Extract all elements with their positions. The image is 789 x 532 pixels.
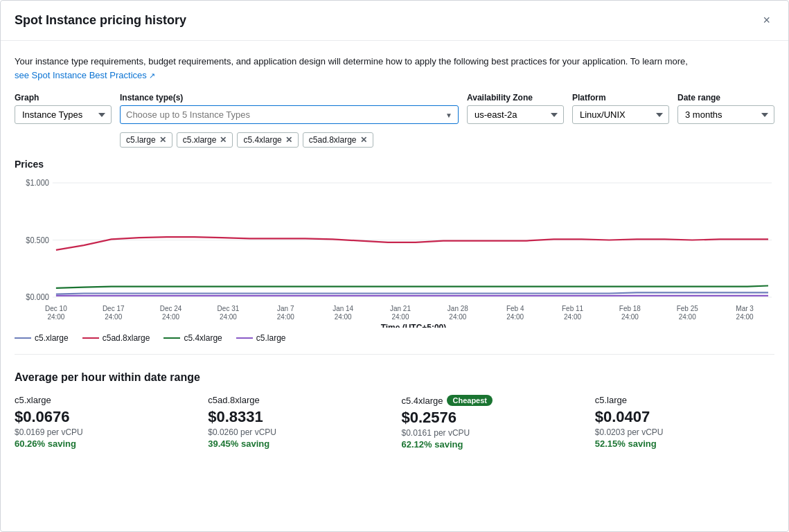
svg-text:Dec 24: Dec 24 <box>160 303 182 312</box>
az-select[interactable]: us-east-2a <box>467 105 564 124</box>
avg-instance-name: c5ad.8xlarge <box>208 395 387 405</box>
legend-item: c5.xlarge <box>15 333 69 343</box>
tag-remove-button[interactable]: ✕ <box>159 135 166 145</box>
modal-title: Spot Instance pricing history <box>15 13 186 28</box>
svg-text:$0.000: $0.000 <box>26 293 49 302</box>
legend-line <box>163 337 180 339</box>
avg-title: Average per hour within date range <box>15 371 774 384</box>
svg-text:24:00: 24:00 <box>47 312 64 321</box>
tag-label: c5.xlarge <box>183 135 217 145</box>
svg-text:Feb 25: Feb 25 <box>677 303 698 312</box>
az-filter-group: Availability Zone us-east-2a <box>467 93 564 124</box>
az-label: Availability Zone <box>467 93 564 103</box>
instance-type-input[interactable] <box>126 109 438 120</box>
svg-text:Jan 21: Jan 21 <box>390 303 411 312</box>
tag-remove-button[interactable]: ✕ <box>285 135 292 145</box>
daterange-filter-group: Date range 3 months <box>677 93 774 124</box>
tag-label: c5.large <box>126 135 156 145</box>
svg-text:24:00: 24:00 <box>277 312 294 321</box>
c5xlarge-line <box>56 292 768 294</box>
legend-item: c5.large <box>236 333 286 343</box>
tag-remove-button[interactable]: ✕ <box>360 135 367 145</box>
legend-item: c5.4xlarge <box>163 333 222 343</box>
svg-text:Dec 17: Dec 17 <box>103 303 125 312</box>
svg-text:24:00: 24:00 <box>506 312 524 321</box>
modal-container: Spot Instance pricing history × Your ins… <box>0 0 789 532</box>
chart-legend: c5.xlargec5ad.8xlargec5.4xlargec5.large <box>15 333 774 343</box>
avg-price: $0.2576 <box>402 409 581 427</box>
avg-saving: 60.26% saving <box>15 438 194 449</box>
graph-filter-group: Graph Instance Types <box>15 93 112 124</box>
chart-container: $1.000 $0.500 $0.000 Dec 10 24:00 Dec 17 <box>15 175 774 328</box>
avg-per-vcpu: $0.0260 per vCPU <box>208 427 387 437</box>
graph-select[interactable]: Instance Types <box>15 105 112 124</box>
cheapest-badge: Cheapest <box>447 395 493 406</box>
avg-saving: 39.45% saving <box>208 438 387 449</box>
tag-label: c5.4xlarge <box>243 135 281 145</box>
close-button[interactable]: × <box>759 12 774 29</box>
tag-label: c5ad.8xlarge <box>309 135 357 145</box>
tag-remove-button[interactable]: ✕ <box>220 135 227 145</box>
avg-instance-label: c5.xlarge <box>15 395 51 405</box>
avg-card: c5.xlarge $0.0676 $0.0169 per vCPU 60.26… <box>15 395 194 450</box>
avg-per-vcpu: $0.0203 per vCPU <box>595 427 774 437</box>
svg-text:24:00: 24:00 <box>335 312 352 321</box>
instance-type-tag: c5.4xlarge✕ <box>237 132 298 148</box>
avg-instance-name: c5.large <box>595 395 774 405</box>
svg-text:Feb 11: Feb 11 <box>562 303 583 312</box>
svg-text:24:00: 24:00 <box>220 312 237 321</box>
c54xlarge-line <box>56 286 768 288</box>
daterange-select[interactable]: 3 months <box>677 105 774 124</box>
svg-text:24:00: 24:00 <box>564 312 581 321</box>
svg-text:Jan 7: Jan 7 <box>277 303 294 312</box>
avg-instance-name: c5.4xlargeCheapest <box>402 395 581 406</box>
svg-text:Feb 18: Feb 18 <box>619 303 641 312</box>
info-text: Your instance type requirements, budget … <box>15 55 774 82</box>
divider <box>15 354 774 355</box>
platform-filter-group: Platform Linux/UNIX <box>572 93 669 124</box>
legend-item: c5ad.8xlarge <box>82 333 150 343</box>
legend-label: c5.xlarge <box>35 333 69 343</box>
svg-text:$1.000: $1.000 <box>26 179 49 188</box>
svg-text:24:00: 24:00 <box>736 312 754 321</box>
avg-saving: 52.15% saving <box>595 438 774 449</box>
best-practices-link[interactable]: see Spot Instance Best Practices ↗ <box>15 70 155 80</box>
avg-instance-label: c5.large <box>595 395 627 405</box>
instance-type-filter-group: Instance type(s) c5.large✕c5.xlarge✕c5.4… <box>120 93 459 148</box>
modal-body: Your instance type requirements, budget … <box>1 41 788 463</box>
avg-grid: c5.xlarge $0.0676 $0.0169 per vCPU 60.26… <box>15 395 774 450</box>
instance-type-input-wrapper[interactable] <box>120 105 459 124</box>
platform-select[interactable]: Linux/UNIX <box>572 105 669 124</box>
svg-text:Feb 4: Feb 4 <box>506 303 524 312</box>
avg-price: $0.8331 <box>208 408 387 426</box>
instance-type-tag: c5.xlarge✕ <box>177 132 233 148</box>
graph-label: Graph <box>15 93 112 103</box>
svg-text:Dec 31: Dec 31 <box>218 303 240 312</box>
avg-price: $0.0676 <box>15 408 194 426</box>
svg-text:24:00: 24:00 <box>449 312 466 321</box>
svg-text:24:00: 24:00 <box>162 312 179 321</box>
svg-text:Time (UTC+5:00): Time (UTC+5:00) <box>381 323 447 328</box>
avg-instance-name: c5.xlarge <box>15 395 194 405</box>
avg-instance-label: c5ad.8xlarge <box>208 395 259 405</box>
avg-per-vcpu: $0.0161 per vCPU <box>402 428 581 438</box>
modal-header: Spot Instance pricing history × <box>1 1 788 41</box>
svg-text:24:00: 24:00 <box>679 312 696 321</box>
legend-label: c5.large <box>256 333 286 343</box>
platform-label: Platform <box>572 93 669 103</box>
instance-type-tag: c5ad.8xlarge✕ <box>303 132 373 148</box>
external-link-icon: ↗ <box>149 71 155 80</box>
avg-section: Average per hour within date range c5.xl… <box>15 371 774 450</box>
filters-row: Graph Instance Types Instance type(s) c5… <box>15 93 774 148</box>
c5ad8xlarge-line <box>56 237 768 250</box>
svg-text:$0.500: $0.500 <box>26 236 49 245</box>
chart-section: Prices $1.000 $0.500 $0.000 <box>15 159 774 343</box>
svg-text:24:00: 24:00 <box>391 312 409 321</box>
daterange-label: Date range <box>677 93 774 103</box>
avg-per-vcpu: $0.0169 per vCPU <box>15 427 194 437</box>
instance-type-label: Instance type(s) <box>120 93 459 103</box>
tags-area: c5.large✕c5.xlarge✕c5.4xlarge✕c5ad.8xlar… <box>120 132 459 148</box>
legend-line <box>236 337 253 339</box>
avg-card: c5.4xlargeCheapest $0.2576 $0.0161 per v… <box>402 395 581 450</box>
price-chart: $1.000 $0.500 $0.000 Dec 10 24:00 Dec 17 <box>15 175 774 328</box>
